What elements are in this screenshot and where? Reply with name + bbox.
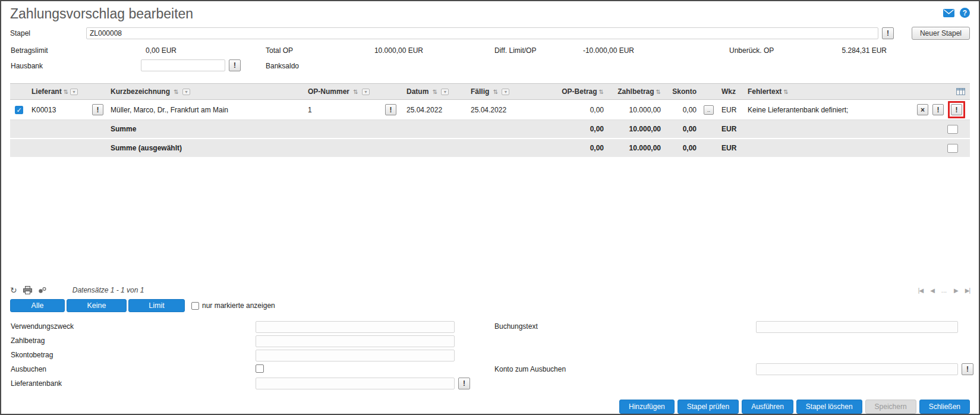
neuer-stapel-button[interactable]: Neuer Stapel [912, 27, 970, 40]
column-header-zahlbetrag[interactable]: Zahlbetrag⇅ [607, 87, 664, 96]
summe-ausgewaehlt-label: Summe (ausgewählt) [107, 144, 304, 152]
column-header-op-betrag[interactable]: OP-Betrag⇅ [556, 87, 607, 96]
row-faellig-cell: 25.04.2022 [467, 106, 556, 114]
stapel-pruefen-button[interactable]: Stapel prüfen [678, 400, 739, 414]
column-header-wkz[interactable]: Wkz [718, 87, 744, 96]
refresh-icon[interactable]: ↻ [10, 286, 17, 294]
pagination-bar: ↻ Datensätze 1 - 1 von 1 |◀ ◀ ... ▶ ▶| [1, 284, 979, 296]
column-header-fehlertext[interactable]: Fehlertext⇅ [744, 87, 905, 96]
unberueck-op-label: Unberück. OP [729, 46, 774, 55]
diff-limit-op-label: Diff. Limit/OP [494, 46, 536, 55]
row-skonto-cell: 0,00 [664, 106, 700, 114]
filter-icon[interactable]: ▼ [502, 89, 509, 95]
pagination-last-icon[interactable]: ▶| [965, 287, 970, 294]
column-label: Kurzbezeichnung [111, 87, 170, 96]
pagination-prev-icon[interactable]: ◀ [930, 287, 934, 294]
hinzufuegen-button[interactable]: Hinzufügen [619, 400, 675, 414]
ausbuchen-label: Ausbuchen [11, 365, 46, 373]
column-header-op-nummer[interactable]: OP-Nummer ⇅ ▼ [304, 87, 382, 96]
summe-op-betrag: 0,00 [556, 125, 607, 133]
schliessen-button[interactable]: Schließen [919, 400, 970, 414]
summe-box [947, 144, 958, 153]
help-icon[interactable]: ? [960, 8, 970, 18]
lieferantenbank-lookup-button[interactable]: ! [458, 378, 470, 389]
column-header-skonto[interactable]: Skonto [664, 87, 700, 96]
row-checkbox[interactable]: ✓ [15, 106, 23, 114]
only-marked-label: nur markierte anzeigen [202, 301, 275, 310]
column-settings-icon[interactable] [956, 88, 965, 95]
export-icon[interactable] [38, 287, 46, 294]
summe-actions [905, 125, 970, 134]
stapel-warning-button[interactable]: ! [882, 27, 894, 39]
filter-icon[interactable]: ▼ [70, 89, 78, 95]
page-title: Zahlungsvorschlag bearbeiten [10, 6, 193, 22]
hausbank-input[interactable] [141, 59, 225, 71]
mail-icon[interactable] [943, 9, 954, 17]
ausfuehren-button[interactable]: Ausführen [742, 400, 793, 414]
alle-button[interactable]: Alle [10, 299, 65, 312]
zahlbetrag-input[interactable] [256, 335, 455, 347]
lieferant-code: K00013 [31, 106, 92, 114]
stapel-row: Stapel ! Neuer Stapel [1, 24, 979, 40]
sort-icon[interactable]: ⇅ [64, 89, 68, 95]
column-header-kurzbezeichnung[interactable]: Kurzbezeichnung ⇅ ▼ [107, 87, 304, 96]
sort-icon[interactable]: ⇅ [656, 89, 661, 95]
row-delete-button[interactable]: × [917, 104, 928, 115]
sort-icon[interactable]: ⇅ [353, 89, 358, 95]
column-header-datum[interactable]: Datum ⇅ ▼ [403, 87, 467, 96]
row-datum-cell: 25.04.2022 [403, 106, 467, 114]
stapel-loeschen-button[interactable]: Stapel löschen [796, 400, 862, 414]
sort-icon[interactable]: ⇅ [174, 89, 178, 95]
summe-ausgewaehlt-zahlbetrag: 10.000,00 [607, 144, 664, 152]
hausbank-warning-button[interactable]: ! [229, 59, 241, 71]
selection-row: Alle Keine Limit nur markierte anzeigen [1, 296, 979, 313]
betragslimit-label: Betragslimit [11, 46, 48, 55]
column-header-lieferant[interactable]: Lieferant ⇅ ▼ [28, 87, 107, 96]
row-skonto-lookup-cell: .. [700, 105, 718, 115]
table-row[interactable]: ✓ K00013 ! Müller, Marco, Dr., Frankfurt… [10, 100, 970, 120]
column-label: Fällig [471, 87, 489, 96]
total-op-label: Total OP [266, 46, 293, 55]
column-label: Lieferant [31, 87, 62, 96]
verwendungszweck-label: Verwendungszweck [11, 322, 74, 331]
filter-icon[interactable]: ▼ [441, 89, 449, 95]
limit-button[interactable]: Limit [128, 299, 185, 312]
sort-icon[interactable]: ⇅ [493, 89, 498, 95]
skonto-lookup-button[interactable]: .. [704, 105, 714, 115]
konto-zum-ausbuchen-input[interactable] [756, 363, 958, 375]
column-header-faellig[interactable]: Fällig ⇅ ▼ [467, 87, 556, 96]
stapel-input[interactable] [86, 27, 878, 39]
column-label: Zahlbetrag [617, 87, 654, 96]
lieferant-lookup-button[interactable]: ! [92, 104, 103, 115]
keine-button[interactable]: Keine [67, 299, 127, 312]
row-error-detail-button[interactable]: ! [951, 104, 962, 115]
app-window: Zahlungsvorschlag bearbeiten ? Stapel ! … [0, 0, 980, 415]
verwendungszweck-input[interactable] [256, 321, 455, 333]
skontobetrag-input[interactable] [256, 350, 455, 361]
pagination-next-icon[interactable]: ▶ [954, 287, 958, 294]
title-bar: Zahlungsvorschlag bearbeiten ? [1, 1, 979, 24]
only-marked-control: nur markierte anzeigen [191, 301, 275, 310]
hausbank-label: Hausbank [11, 62, 43, 70]
sort-icon[interactable]: ⇅ [599, 89, 604, 95]
row-warning-button[interactable]: ! [932, 104, 944, 115]
footer-actions: Hinzufügen Stapel prüfen Ausführen Stape… [1, 394, 979, 414]
print-icon[interactable] [23, 286, 32, 294]
only-marked-checkbox[interactable] [191, 302, 199, 310]
pagination-first-icon[interactable]: |◀ [918, 287, 923, 294]
op-lookup-button[interactable]: ! [385, 104, 396, 115]
betragslimit-value: 0,00 EUR [90, 46, 177, 55]
banksaldo-label: Banksaldo [266, 62, 299, 70]
lieferantenbank-input[interactable] [256, 378, 455, 389]
filter-icon[interactable]: ▼ [362, 89, 370, 95]
sort-icon[interactable]: ⇅ [783, 89, 788, 95]
ausbuchen-checkbox[interactable] [256, 364, 264, 373]
summe-ausgewaehlt-row: Summe (ausgewählt) 0,00 10.000,00 0,00 E… [10, 139, 970, 158]
konto-zum-ausbuchen-label: Konto zum Ausbuchen [494, 365, 566, 373]
konto-lookup-button[interactable]: ! [962, 363, 973, 375]
buchungstext-input[interactable] [756, 321, 958, 333]
sort-icon[interactable]: ⇅ [433, 89, 437, 95]
skontobetrag-label: Skontobetrag [11, 351, 53, 359]
row-wkz-cell: EUR [718, 106, 744, 114]
filter-icon[interactable]: ▼ [182, 89, 190, 95]
